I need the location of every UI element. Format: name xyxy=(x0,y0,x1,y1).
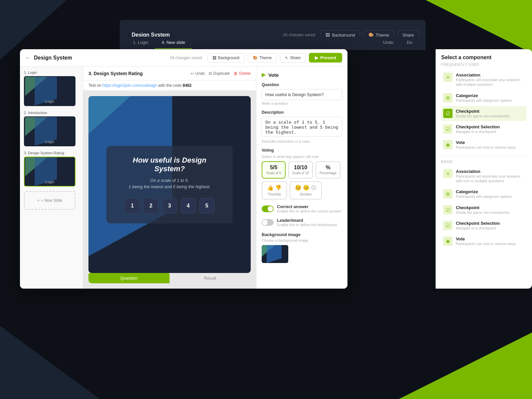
smilies-icons: 😊 😐 ☹ xyxy=(295,185,317,191)
component-panel-title: Select a component xyxy=(441,55,527,61)
question-input[interactable] xyxy=(262,89,342,100)
delete-button[interactable]: 🗑 Delete xyxy=(234,71,251,76)
slide-thumb-2[interactable]: Login xyxy=(24,116,75,146)
thumbs-up-icon: 👍 xyxy=(267,185,274,191)
comp-basic-checkpoint-selection[interactable]: ☑ Checkpoint Selection Navigate to a che… xyxy=(441,218,527,233)
slide-tabs-bar: Question Result xyxy=(88,273,251,283)
app-header: ← Design System All changes saved 🖼 Back… xyxy=(20,49,347,66)
leaderboard-text: Leaderboard Enable this to define the le… xyxy=(277,218,337,227)
vote-btn-3[interactable]: 3 xyxy=(162,198,177,213)
vote-icon: ▶ xyxy=(262,72,266,78)
slide-content-box: How useful is Design System? On a scale … xyxy=(106,146,233,223)
right-panel: ▶ Vote Question Write a question Descrip… xyxy=(256,66,347,289)
undo-button[interactable]: ↩ Undo xyxy=(191,71,205,76)
bg-deco-bottom-right xyxy=(399,332,532,399)
leaderboard-row: Leaderboard Enable this to define the le… xyxy=(262,218,342,227)
description-input[interactable]: On a scale of 1 to 5. 1 being the lowest… xyxy=(262,117,342,137)
smile-sad-icon: ☹ xyxy=(311,185,317,191)
comp-frequent-categorize[interactable]: ⊞ Categorize Participants will categoriz… xyxy=(441,90,527,105)
comp-basic-checkpoint[interactable]: ☑ Checkpoint Divide the game into checkp… xyxy=(441,202,527,217)
background-button[interactable]: 🖼 Background xyxy=(207,53,244,63)
thumbs-option[interactable]: 👍 👎 Thumbs xyxy=(262,181,287,200)
vote-option-10[interactable]: 10/10 Scale of 10 xyxy=(288,161,313,179)
duplicate-button[interactable]: ⧉ Duplicate xyxy=(209,71,230,76)
comp-basic-checkpoint-selection-text: Checkpoint Selection Navigate to a check… xyxy=(456,221,500,230)
correct-answer-row: Correct answer Enable this to define the… xyxy=(262,204,342,213)
comp-basic-association-text: Association Participants will associate … xyxy=(456,169,525,184)
outer-tab-newslide[interactable]: 4. New slide xyxy=(155,37,192,49)
share-button[interactable]: ↖ Share xyxy=(280,53,306,63)
comp-frequent-checkpoint[interactable]: ☑ Checkpoint Divide the game into checkp… xyxy=(441,106,527,121)
slide-tab-question[interactable]: Question xyxy=(88,273,170,283)
vote-option-percent[interactable]: % Percentage xyxy=(316,161,340,179)
slide-canvas: How useful is Design System? On a scale … xyxy=(88,96,251,273)
bg-icon: 🖼 xyxy=(212,56,216,60)
app-back-icon[interactable]: ← xyxy=(25,55,31,61)
add-slide-button[interactable]: + + New Slide xyxy=(24,191,75,210)
comp-categorize-text: Categorize Participants will categorize … xyxy=(456,93,512,103)
slide-toolbar-title: 3. Design System Rating xyxy=(88,71,187,76)
bg-deco-bottom-left xyxy=(0,326,100,399)
question-field-label: Question xyxy=(262,82,342,87)
thumbs-smilies-row: 👍 👎 Thumbs 😊 😐 ☹ Smilies xyxy=(262,181,342,200)
comp-frequent-association[interactable]: ≡ Association Participants will associat… xyxy=(441,70,527,90)
smilies-label: Smilies xyxy=(295,192,317,196)
comp-basic-vote-icon: ◉ xyxy=(443,236,453,246)
comp-basic-categorize[interactable]: ⊞ Categorize Participants will categoriz… xyxy=(441,187,527,201)
comp-basic-checkpoint-text: Checkpoint Divide the game into checkpoi… xyxy=(456,205,509,215)
vote-btn-5[interactable]: 5 xyxy=(199,198,214,213)
vote-buttons-row: 1 2 3 4 5 xyxy=(120,198,219,213)
vote-option-5[interactable]: 5/5 Scale of 5 xyxy=(262,161,286,179)
description-field-label: Description xyxy=(262,110,342,115)
leaderboard-toggle[interactable] xyxy=(262,219,274,226)
slide-thumb-3[interactable]: Login xyxy=(24,157,75,187)
theme-icon: 🎨 xyxy=(253,56,258,60)
slide-item-3[interactable]: 3. Design System Rating Login xyxy=(24,151,79,187)
leaderboard-knob xyxy=(262,220,268,225)
bg-image-hint: Choose a background image xyxy=(262,238,342,242)
thumbs-icons: 👍 👎 xyxy=(267,185,282,191)
outer-undo[interactable]: Undo xyxy=(376,37,400,49)
correct-answer-toggle[interactable] xyxy=(262,205,274,212)
left-sidebar: 1. Login Login 2. Introduction xyxy=(20,66,83,289)
comp-basic-vote[interactable]: ◉ Vote Participants can vote in various … xyxy=(441,234,527,249)
slide-preview: How useful is Design System? On a scale … xyxy=(83,91,256,289)
bg-image-thumbnail[interactable] xyxy=(262,245,288,263)
outer-redo[interactable]: Du xyxy=(400,37,419,49)
test-url-link[interactable]: https://login2join.com/uxdesign xyxy=(102,83,157,88)
present-button[interactable]: ▶ Present xyxy=(309,53,342,63)
comp-checkpoint-text: Checkpoint Divide the game into checkpoi… xyxy=(456,109,509,118)
description-hint: Describe instruction or a case xyxy=(262,139,342,143)
slide-label-2: 2. Introduction xyxy=(24,111,79,115)
vote-btn-4[interactable]: 4 xyxy=(181,198,196,213)
vote-btn-1[interactable]: 1 xyxy=(125,198,140,213)
comp-basic-checkpoint-icon: ☑ xyxy=(443,205,453,214)
theme-button[interactable]: 🎨 Theme xyxy=(248,53,277,63)
comp-association-text: Association Participants will associate … xyxy=(456,72,525,87)
comp-frequent-checkpoint-selection[interactable]: ☑ Checkpoint Selection Navigate to a che… xyxy=(441,122,527,137)
app-body: 1. Login Login 2. Introduction xyxy=(20,66,347,289)
correct-answer-text: Correct answer Enable this to define the… xyxy=(277,204,341,213)
outer-tab-login[interactable]: 1. Login xyxy=(126,37,155,49)
thumbs-label: Thumbs xyxy=(267,192,282,196)
comp-frequent-vote[interactable]: ◉ Vote Participants can vote in various … xyxy=(441,137,527,152)
comp-vote-icon: ◉ xyxy=(443,140,453,149)
slide-tab-result[interactable]: Result xyxy=(170,273,251,283)
comp-basic-vote-text: Vote Participants can vote in various wa… xyxy=(456,236,516,246)
comp-basic-association-icon: ≡ xyxy=(443,169,453,178)
center-area: 3. Design System Rating ↩ Undo ⧉ Duplica… xyxy=(83,66,256,289)
header-buttons: 🖼 Background 🎨 Theme ↖ Share ▶ Present xyxy=(207,53,342,63)
vote-btn-2[interactable]: 2 xyxy=(143,198,159,213)
basic-label: Basic xyxy=(441,160,527,164)
slide-item-1[interactable]: 1. Login Login xyxy=(24,70,79,106)
app-title: Design System xyxy=(34,55,170,61)
slide-thumb-1[interactable]: Login xyxy=(24,76,75,106)
smile-happy-icon: 😊 xyxy=(295,185,302,191)
slide-question-text: How useful is Design System? xyxy=(120,156,219,173)
smile-neutral-icon: 😐 xyxy=(303,185,310,191)
slide-toolbar: 3. Design System Rating ↩ Undo ⧉ Duplica… xyxy=(83,66,256,80)
slide-item-2[interactable]: 2. Introduction Login xyxy=(24,111,79,146)
comp-basic-association[interactable]: ≡ Association Participants will associat… xyxy=(441,166,527,186)
slide-2-login-label: Login xyxy=(45,140,54,144)
smilies-option[interactable]: 😊 😐 ☹ Smilies xyxy=(290,181,322,200)
